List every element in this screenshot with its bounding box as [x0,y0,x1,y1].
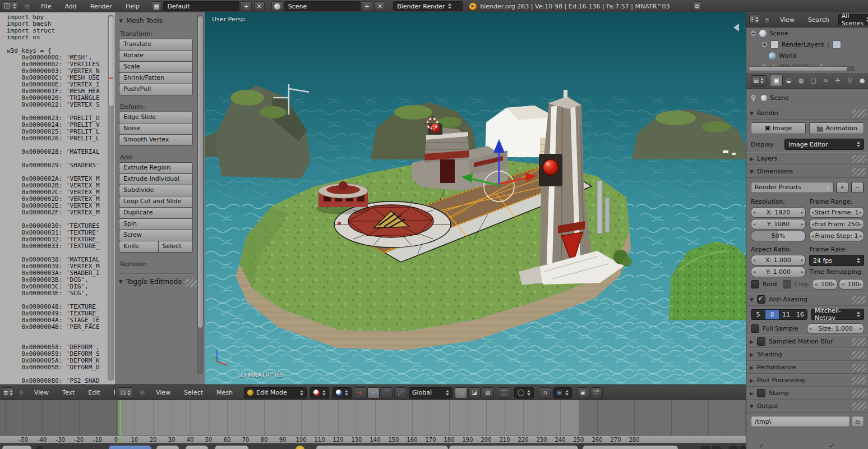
anti-aliasing-checkbox[interactable] [757,295,765,304]
transform-tool-button[interactable]: Scale [119,61,193,73]
object-data-tab-icon[interactable]: ▽ [844,75,856,86]
menu-add[interactable]: Add [58,3,83,10]
modifiers-tab-icon[interactable]: ✛ [832,75,844,86]
text-editor[interactable]: import bpyimport bmeshimport structimpor… [0,12,116,384]
world-tab-icon[interactable]: ◍ [795,75,807,86]
render-opengl-anim-icon[interactable]: 🎬 [590,387,603,398]
prev-keyframe-button[interactable] [711,445,722,449]
collapse-icon[interactable]: − [750,30,757,37]
add-layout-button[interactable]: + [241,1,251,11]
play-button[interactable] [739,445,746,449]
viewport-shading-dropdown[interactable] [310,387,329,398]
material-tab-icon[interactable]: ● [856,75,868,86]
vp-menu-mesh[interactable]: Mesh [210,389,239,396]
render-animation-button[interactable]: 🎬 Animation [809,122,864,134]
info-editor-icon[interactable]: ⓘ [1,1,19,11]
close-layout-button[interactable]: ✕ [254,1,265,11]
manipulator-toggle-icon[interactable]: ✛ [354,387,366,398]
jump-start-button[interactable] [700,445,711,449]
anti-aliasing-section-header[interactable]: ▼Anti-Aliasing [746,293,868,306]
aa-sample-5[interactable]: 5 [751,310,765,319]
play-reverse-button[interactable] [728,445,739,449]
editor-type-icon[interactable] [2,445,32,449]
display-dropdown[interactable]: Image Editor [784,139,864,150]
texted-menu-edit[interactable]: Edit [81,389,107,396]
object-tab-icon[interactable]: ▢ [807,75,819,86]
add-tool-button[interactable]: Screw [119,230,193,241]
orientation-dropdown[interactable]: Global [409,387,453,398]
scene-selector-icon[interactable] [271,1,283,11]
record-keyframe-icon[interactable] [295,445,305,449]
face-select-mode-icon[interactable]: ▧ [482,387,494,398]
outliner-menu-view[interactable]: View [773,16,801,24]
knife-button[interactable]: Knife [119,241,159,253]
start-frame-field[interactable] [316,445,449,449]
texted-menu-text[interactable]: Text [56,389,81,396]
collapse-menus-icon[interactable]: − [24,3,31,10]
vertex-select-mode-icon[interactable]: ⬚ [455,387,467,398]
outliner-scrollbar[interactable] [749,66,855,71]
output-section-header[interactable]: ▼Output [746,400,868,413]
current-frame-field[interactable] [582,445,678,449]
panel-collapse-icon[interactable]: ▼ [119,279,123,285]
add-tool-button[interactable]: Subdivide [119,185,193,196]
outliner-row-renderlayers[interactable]: + RenderLayers | [746,39,868,50]
text-editor-scrollbar[interactable] [108,15,114,381]
deform-tool-button[interactable]: Edge Slide [119,112,193,123]
editor-type-icon[interactable]: ◳ [118,387,133,398]
tool-shelf-scrollbar[interactable] [197,15,203,374]
aa-filter-dropdown[interactable]: Mitchell-Netrav [811,309,864,320]
crop-checkbox[interactable] [783,280,791,288]
add-preset-button[interactable]: + [836,182,848,193]
transform-tool-button[interactable]: Shrink/Fatten [119,72,193,84]
checkbox-checked-icon[interactable]: ✓ [829,443,834,449]
outliner-menu-search[interactable]: Search [801,16,836,24]
renderlayer-data-icon[interactable] [833,40,841,49]
stamp-checkbox[interactable] [757,389,765,397]
collapse-menus-icon[interactable]: − [19,389,24,396]
render-image-button[interactable]: ▣ Image [751,122,806,134]
add-tool-button[interactable]: Loop Cut and Slide [119,196,193,208]
translate-manipulator-icon[interactable]: ➤ [367,387,380,398]
end-frame-field[interactable] [449,445,579,449]
render-section-header[interactable]: ▼Render [746,107,868,120]
dimensions-section-header[interactable]: ▼Dimensions [746,165,868,178]
toggle-editmode-panel-header[interactable]: ▼ Toggle Editmode [119,278,193,286]
screen-layout-icon[interactable]: ▦ [151,1,162,11]
deform-tool-button[interactable]: Smooth Vertex [119,134,193,146]
resolution-x-field[interactable]: ◂X: 1920▸ [751,207,806,218]
add-tool-button[interactable]: Extrude Individual [119,173,193,185]
file-browse-icon[interactable]: 🗀 [852,416,864,427]
expand-icon[interactable]: + [761,41,768,48]
menu-render[interactable]: Render [84,3,119,10]
rotate-manipulator-icon[interactable]: ⌒ [381,387,393,398]
header-widget[interactable] [185,445,209,449]
outliner-row-world[interactable]: World [746,50,868,61]
aspect-y-field[interactable]: ◂Y: 1.000▸ [751,267,806,277]
scrollbar-thumb[interactable] [108,16,114,107]
motion-blur-checkbox[interactable] [757,337,765,346]
transform-tool-button[interactable]: Rotate [119,50,193,62]
add-scene-button[interactable]: + [362,1,372,11]
collapse-menus-icon[interactable]: − [764,16,770,24]
deform-tool-button[interactable]: Noise [119,123,193,135]
region-expand-icon[interactable] [733,24,739,31]
outliner-scope-dropdown[interactable]: All Scenes [838,14,868,25]
3d-viewport[interactable]: User Persp (1) MNATR^03 [205,12,746,384]
scale-manipulator-icon[interactable]: ⤢ [394,387,407,398]
resolution-percentage-slider[interactable]: 50% [751,231,806,241]
aspect-x-field[interactable]: ◂X: 1.000▸ [751,255,806,265]
proportional-edit-dropdown[interactable]: ◯ [514,387,534,398]
timeline-playhead[interactable] [120,400,121,444]
performance-section-header[interactable]: ▶Performance [746,361,868,374]
texted-menu-format[interactable]: Format [107,389,115,396]
menu-help[interactable]: Help [119,3,146,10]
checkbox-checked-icon[interactable]: ✓ [759,443,764,449]
scrollbar-thumb[interactable] [749,67,847,71]
add-tool-button[interactable]: Duplicate [119,207,193,219]
render-opengl-icon[interactable]: ▣ [577,387,589,398]
vp-menu-view[interactable]: View [149,389,177,396]
header-widget[interactable] [156,445,179,449]
stamp-section-header[interactable]: ▶Stamp [746,387,868,400]
texted-menu-view[interactable]: View [27,389,56,396]
